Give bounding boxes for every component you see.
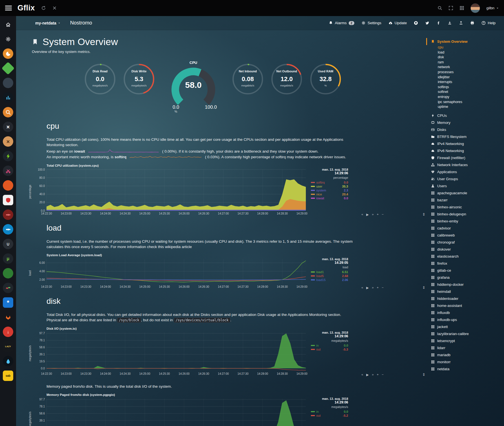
sidebar-item-diskover[interactable]: diskover: [426, 246, 502, 253]
legend-item-load5[interactable]: load52.68: [311, 274, 348, 278]
app-icon-blue-square-star[interactable]: *: [3, 297, 13, 308]
play-icon[interactable]: ▶: [366, 213, 369, 217]
app-icon-tan-cross[interactable]: ×: [3, 136, 13, 147]
host-dropdown[interactable]: my-netdata: [35, 21, 61, 25]
zoom-in-icon[interactable]: +: [377, 373, 379, 377]
nav-export-snapshot[interactable]: [459, 21, 463, 25]
app-icon-dark-cross[interactable]: ×: [3, 122, 13, 132]
zoom-out-icon[interactable]: −: [382, 213, 384, 217]
app-icon-pink-scissors[interactable]: [3, 166, 13, 176]
disk-chart-plot[interactable]: 14:22:3014:23:0014:23:3014:24:0014:24:30…: [32, 331, 309, 376]
sidebar-item-cpus[interactable]: CPUs: [426, 112, 502, 119]
sidebar-item-memory[interactable]: Memory: [426, 119, 502, 126]
gauge-cpu[interactable]: CPU58.00.0100.0%: [163, 61, 224, 114]
sidebar-item-binhex-delugevpn[interactable]: binhex-delugevpn: [426, 211, 502, 218]
app-icon-sab[interactable]: sab: [3, 371, 13, 381]
sidebar-sub-disk[interactable]: disk: [426, 55, 502, 60]
sidebar-item-elasticsearch[interactable]: elasticsearch: [426, 253, 502, 260]
chart-resize-handle[interactable]: ⇕: [422, 286, 425, 290]
sidebar-item-heimdall[interactable]: heimdall: [426, 288, 502, 295]
nav-facebook[interactable]: [436, 21, 441, 25]
chart-resize-handle[interactable]: ⇕: [422, 373, 425, 377]
sidebar-item-user-groups[interactable]: User Groups: [426, 175, 502, 182]
gauge-disk-write[interactable]: Disk Write5.3megabytes/s: [120, 61, 158, 97]
app-icon-orange-magnifier[interactable]: [3, 107, 13, 117]
sidebar-item-disks[interactable]: Disks: [426, 126, 502, 133]
user-avatar[interactable]: [470, 3, 480, 13]
sidebar-item-applications[interactable]: Applications: [426, 168, 502, 175]
zoom-out-icon[interactable]: −: [382, 373, 384, 377]
apps-grid-icon[interactable]: [459, 6, 464, 10]
nav-update[interactable]: Update: [388, 21, 407, 25]
sidebar-item-gitlab-ce[interactable]: gitlab-ce: [426, 267, 502, 274]
legend-item-load15[interactable]: load152.06: [311, 278, 348, 282]
sidebar-item-cadvisor[interactable]: cadvisor: [426, 225, 502, 232]
iowait-sparkline[interactable]: [88, 149, 159, 154]
sidebar-sub-interrupts[interactable]: interrupts: [426, 80, 502, 85]
nav-alarms[interactable]: Alarms2: [329, 21, 354, 25]
gauge-net-outbound[interactable]: Net Outbound12.0megabits/s: [267, 61, 306, 97]
sidebar-item-home-assistant[interactable]: home-assistant: [426, 302, 502, 309]
sidebar-item-chronograf[interactable]: chronograf: [426, 239, 502, 246]
legend-item-iowait[interactable]: iowait0.0: [311, 197, 348, 200]
pan-forward-icon[interactable]: »: [372, 286, 373, 290]
sidebar-item-influxdb-ups[interactable]: influxdb-ups: [426, 316, 502, 323]
play-icon[interactable]: ▶: [366, 286, 369, 290]
user-menu[interactable]: gilbn: [486, 6, 499, 10]
pgpgio-chart-plot[interactable]: 14:22:3014:23:0014:23:3014:24:0014:24:30…: [32, 397, 309, 426]
nav-print[interactable]: [470, 21, 474, 25]
sidebar-item-lidarr[interactable]: lidarr: [426, 344, 502, 351]
sidebar-item-firewall-netfilter-[interactable]: Firewall (netfilter): [426, 154, 502, 161]
app-icon-red-download[interactable]: ↓: [3, 327, 13, 337]
app-icon-gitlab-fox[interactable]: [3, 312, 13, 322]
sidebar-item-lazylibrarian-calibre[interactable]: lazylibrarian-calibre: [426, 330, 502, 337]
sidebar-item-calibreweb[interactable]: calibreweb: [426, 232, 502, 239]
chart-resize-handle[interactable]: ⇕: [422, 212, 425, 217]
sidebar-item-influxdb[interactable]: influxdb: [426, 309, 502, 316]
home-icon[interactable]: [3, 19, 13, 30]
legend-item-load1[interactable]: load16.51: [311, 270, 348, 274]
app-icon-gray-horseshoe[interactable]: ∪: [3, 239, 13, 249]
app-icon-orange-bug[interactable]: [3, 180, 13, 191]
app-icon-green-bolt[interactable]: [3, 151, 13, 161]
sidebar-item-monitorr[interactable]: monitorr: [426, 358, 502, 365]
sidebar-sub-cpu[interactable]: cpu: [426, 45, 502, 50]
sidebar-item-binhex-airsonic[interactable]: binhex-airsonic: [426, 204, 502, 211]
app-icon-pills[interactable]: [3, 283, 13, 293]
gauge-disk-read[interactable]: Disk Read0.0megabytes/s: [81, 61, 120, 97]
legend-item-system[interactable]: system2.3: [311, 189, 348, 192]
app-icon-green-diamond[interactable]: [1, 62, 14, 75]
sidebar-item-jackett[interactable]: jackett: [426, 323, 502, 330]
pan-backward-icon[interactable]: «: [361, 213, 363, 217]
pan-forward-icon[interactable]: »: [372, 213, 373, 217]
pan-backward-icon[interactable]: «: [361, 286, 363, 290]
app-icon-dark-green[interactable]: [3, 268, 13, 278]
legend-item-user[interactable]: user35.3: [311, 185, 348, 188]
legend-item-in[interactable]: in0.0: [311, 344, 348, 347]
nav-import-snapshot[interactable]: [448, 21, 452, 25]
sidebar-item-network-interfaces[interactable]: Network Interfaces: [426, 161, 502, 168]
legend-item-out[interactable]: out-5.2: [311, 414, 348, 417]
legend-item-out[interactable]: out-5.3: [311, 348, 348, 351]
refresh-tab-icon[interactable]: [41, 6, 46, 10]
nav-help[interactable]: Help: [481, 21, 496, 25]
pan-forward-icon[interactable]: »: [372, 373, 373, 377]
fullscreen-icon[interactable]: [448, 6, 453, 10]
zoom-out-icon[interactable]: −: [382, 286, 384, 290]
sidebar-item-firefox[interactable]: firefox: [426, 260, 502, 267]
sidebar-sub-softnet[interactable]: softnet: [426, 90, 502, 95]
gauge-used-ram[interactable]: Used RAM32.8%: [306, 61, 345, 97]
app-icon-orange-swirl[interactable]: [3, 48, 13, 59]
app-icon-red-cluster[interactable]: [3, 209, 13, 220]
sidebar-sub-network[interactable]: network: [426, 65, 502, 70]
app-icon-blue-equalizer[interactable]: [3, 92, 13, 103]
app-icon-green-mu[interactable]: µ: [3, 253, 13, 264]
app-icon-red-shield[interactable]: [3, 195, 13, 205]
sidebar-item-bazarr[interactable]: bazarr: [426, 197, 502, 204]
nav-twitter[interactable]: [425, 21, 429, 25]
sidebar-item-netdata[interactable]: netdata: [426, 365, 502, 373]
sidebar-item-grafana[interactable]: grafana: [426, 274, 502, 281]
cpu-chart-plot[interactable]: 14:22:3014:23:0014:23:3014:24:0014:24:30…: [32, 168, 309, 216]
sidebar-item-ipv4-networking[interactable]: IPv4 Networking: [426, 140, 502, 147]
app-icon-navy-circle[interactable]: [3, 78, 13, 88]
